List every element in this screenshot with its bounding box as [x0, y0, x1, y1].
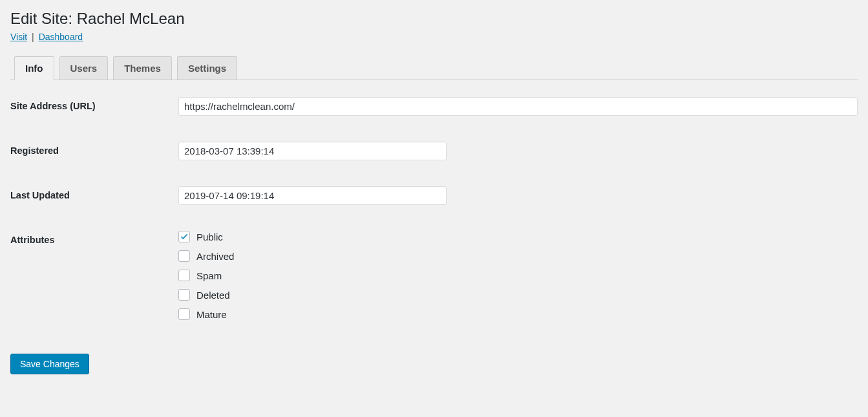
checkbox-spam-label: Spam	[196, 270, 222, 281]
checkbox-public-label: Public	[196, 231, 223, 242]
attributes-label: Attributes	[10, 231, 178, 245]
site-url-input[interactable]	[178, 97, 858, 116]
updated-label: Last Updated	[10, 186, 178, 200]
checkbox-archived[interactable]	[178, 250, 190, 262]
page-title: Edit Site: Rachel McLean	[10, 10, 858, 28]
site-url-label: Site Address (URL)	[10, 97, 178, 111]
dashboard-link[interactable]: Dashboard	[39, 32, 83, 42]
link-separator: |	[32, 32, 34, 42]
save-changes-button[interactable]: Save Changes	[10, 354, 89, 374]
checkbox-deleted-label: Deleted	[196, 290, 230, 301]
visit-link[interactable]: Visit	[10, 32, 27, 42]
tab-themes[interactable]: Themes	[113, 56, 172, 80]
checkbox-mature-label: Mature	[196, 309, 227, 320]
registered-input[interactable]	[178, 142, 447, 160]
tab-info[interactable]: Info	[14, 56, 54, 80]
checkbox-spam[interactable]	[178, 270, 190, 281]
checkbox-public[interactable]	[178, 231, 190, 242]
checkbox-deleted[interactable]	[178, 289, 190, 301]
tab-bar: Info Users Themes Settings	[10, 56, 858, 80]
sub-links: Visit | Dashboard	[10, 32, 858, 42]
registered-label: Registered	[10, 142, 178, 156]
tab-settings[interactable]: Settings	[177, 56, 237, 80]
attributes-list: Public Archived Spam Deleted	[178, 231, 858, 320]
check-icon	[180, 232, 189, 241]
tab-users[interactable]: Users	[59, 56, 109, 80]
updated-input[interactable]	[178, 186, 447, 205]
checkbox-mature[interactable]	[178, 308, 190, 320]
checkbox-archived-label: Archived	[196, 251, 234, 262]
